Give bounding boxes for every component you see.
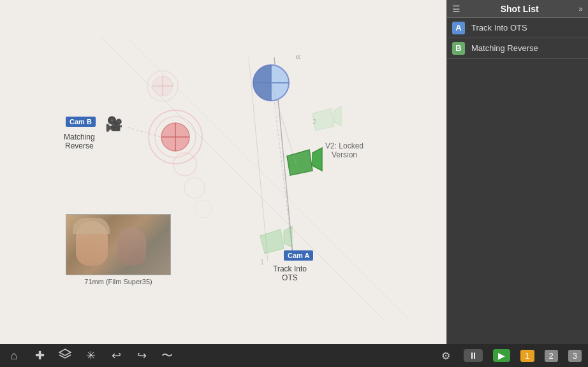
- svg-marker-19: [287, 150, 312, 175]
- cam-a-text: Track IntoOTS: [273, 264, 307, 282]
- shot-item-a[interactable]: A Track Into OTS: [447, 18, 588, 38]
- back-icon[interactable]: ↩: [108, 349, 124, 363]
- right-panel: ☰ Shot List » A Track Into OTS B Matchin…: [446, 0, 588, 344]
- panel-header: ☰ Shot List »: [447, 0, 588, 18]
- shot-b-label: Matching Reverse: [471, 43, 538, 53]
- pause-button[interactable]: ⏸: [464, 349, 483, 362]
- svg-point-9: [173, 153, 196, 176]
- number-2-button[interactable]: 2: [545, 350, 558, 362]
- play-button[interactable]: ▶: [493, 349, 510, 362]
- svg-line-0: [102, 38, 383, 319]
- list-icon: ☰: [452, 4, 460, 14]
- panel-collapse-btn[interactable]: »: [578, 4, 583, 13]
- panel-title: Shot List: [460, 4, 578, 14]
- shot-badge-b: B: [452, 42, 465, 55]
- cam-b-icon: 🎥: [105, 116, 122, 133]
- cam-b-text: MatchingReverse: [64, 133, 95, 150]
- squiggle-icon[interactable]: 〜: [159, 348, 175, 363]
- svg-text:2: 2: [312, 118, 316, 126]
- svg-point-11: [194, 200, 212, 218]
- svg-point-10: [184, 178, 205, 198]
- video-thumbnail: [66, 214, 171, 275]
- scene-diagram: 1 2: [0, 0, 446, 344]
- forward-icon[interactable]: ↪: [134, 349, 149, 363]
- cam-b-label: Cam B: [66, 117, 96, 127]
- home-icon[interactable]: ⌂: [6, 349, 22, 363]
- main-canvas: 1 2 🎥 Cam B MatchingReverse Cam A Track …: [0, 0, 446, 344]
- v2-label: V2: LockedVersion: [325, 141, 364, 159]
- svg-text:1: 1: [260, 258, 264, 266]
- add-icon[interactable]: ✚: [32, 349, 47, 363]
- shot-a-label: Track Into OTS: [471, 23, 527, 32]
- bottom-toolbar: ⌂ ✚ ✳ ↩ ↪ 〜 ⚙ ⏸ ▶ 1 2 3: [0, 344, 588, 367]
- layers-icon[interactable]: [57, 347, 73, 364]
- shot-item-b[interactable]: B Matching Reverse: [447, 38, 588, 59]
- asterisk-icon[interactable]: ✳: [83, 349, 98, 363]
- video-thumb-label: 71mm (Film Super35): [66, 278, 171, 285]
- shot-badge-a: A: [452, 22, 465, 34]
- cam-a-label: Cam A: [284, 250, 313, 261]
- svg-marker-21: [260, 229, 284, 254]
- collapse-arrow[interactable]: «: [295, 51, 301, 62]
- number-1-button[interactable]: 1: [520, 350, 534, 362]
- number-3-button[interactable]: 3: [568, 350, 582, 362]
- svg-marker-20: [312, 148, 322, 171]
- puzzle-icon[interactable]: ⚙: [438, 350, 453, 362]
- svg-marker-24: [334, 106, 341, 126]
